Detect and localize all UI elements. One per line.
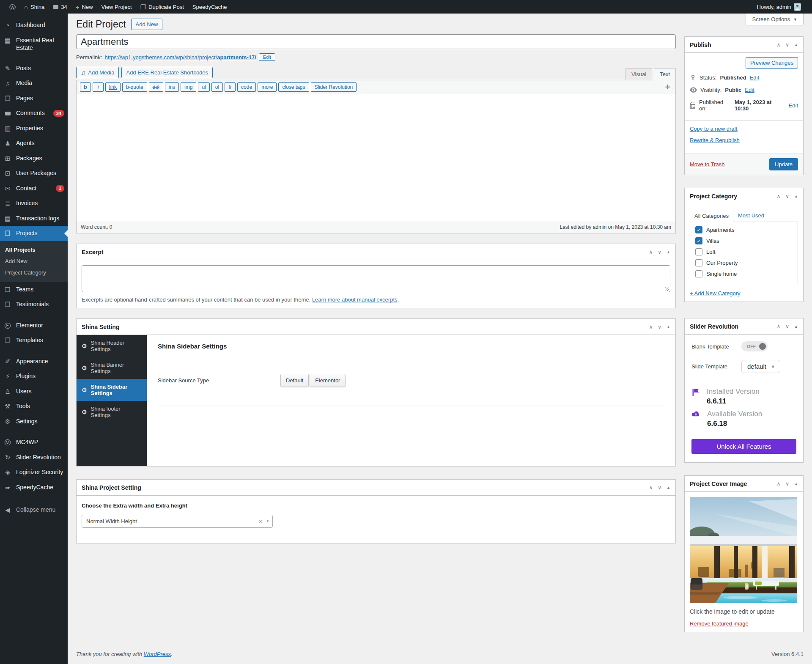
qt-img-button[interactable]: img (181, 82, 196, 92)
collapse-menu-button[interactable]: ◀ Collapse menu (0, 502, 68, 518)
site-name-menu[interactable]: ⌂ Shina (20, 0, 49, 14)
screen-options-toggle[interactable]: Screen Options ▼ (746, 14, 804, 25)
sidebar-source-default-button[interactable]: Default (280, 374, 309, 387)
sidebar-item-comments[interactable]: Comments 34 (0, 106, 68, 121)
sidebar-source-elementor-button[interactable]: Elementor (310, 374, 346, 387)
toggle-panel-icon[interactable]: ▲ (667, 250, 670, 254)
qt-italic-button[interactable]: i (93, 82, 104, 92)
move-to-trash-link[interactable]: Move to Trash (690, 161, 724, 167)
move-up-icon[interactable]: ∧ (649, 485, 653, 491)
sidebar-item-users[interactable]: ♙ Users (0, 384, 68, 399)
move-down-icon[interactable]: ∨ (785, 481, 789, 487)
sidebar-item-properties[interactable]: ▥ Properties (0, 121, 68, 136)
edit-status-link[interactable]: Edit (750, 74, 759, 81)
category-single-home[interactable]: Single home (695, 270, 793, 277)
move-up-icon[interactable]: ∧ (776, 42, 780, 48)
sidebar-item-essential-real-estate[interactable]: ▦ Essential Real Estate (0, 33, 68, 55)
excerpt-help-link[interactable]: Learn more about manual excerpts (312, 296, 398, 303)
toggle-panel-icon[interactable]: ▲ (794, 482, 798, 486)
sidebar-item-posts[interactable]: ✎ Posts (0, 61, 68, 76)
move-up-icon[interactable]: ∧ (776, 481, 780, 487)
move-up-icon[interactable]: ∧ (776, 324, 780, 329)
qt-link-button[interactable]: link (105, 82, 121, 92)
qt-bold-button[interactable]: b (80, 82, 91, 92)
checkbox-checked-icon[interactable]: ✓ (695, 237, 702, 244)
view-project-menu[interactable]: View Project (97, 0, 136, 14)
toggle-panel-icon[interactable]: ▲ (667, 325, 670, 329)
checkbox-checked-icon[interactable]: ✓ (695, 226, 702, 233)
sidebar-item-contact[interactable]: ✉ Contact 1 (0, 181, 68, 196)
sidebar-item-user-packages[interactable]: ⊡ User Packages (0, 166, 68, 181)
sidebar-item-packages[interactable]: ⊞ Packages (0, 151, 68, 166)
category-our-property[interactable]: Our Property (695, 259, 793, 266)
move-down-icon[interactable]: ∨ (658, 249, 661, 255)
sidebar-item-testimonials[interactable]: ❒ Testimonials (0, 297, 68, 312)
tab-shina-sidebar-settings[interactable]: ⚙ Shina Sidebar Settings (77, 379, 147, 401)
submenu-project-category[interactable]: Project Category (0, 267, 68, 278)
toggle-panel-icon[interactable]: ▲ (794, 324, 798, 329)
comments-menu[interactable]: 34 (49, 0, 71, 14)
sidebar-item-slider-revolution[interactable]: ↻ Slider Revolution (0, 450, 68, 465)
move-down-icon[interactable]: ∨ (658, 485, 661, 491)
blank-template-toggle[interactable]: OFF (741, 341, 768, 351)
update-button[interactable]: Update (769, 158, 798, 170)
my-account-menu[interactable]: Howdy, admin (753, 0, 805, 14)
sidebar-item-templates[interactable]: ❐ Templates (0, 333, 68, 348)
post-title-input[interactable] (76, 34, 676, 49)
post-content-textarea[interactable] (77, 94, 675, 221)
qt-ol-button[interactable]: ol (211, 82, 223, 92)
clear-selection-icon[interactable]: × (259, 518, 262, 525)
category-loft[interactable]: Loft (695, 248, 793, 255)
permalink-edit-button[interactable]: Edit (259, 53, 275, 61)
sidebar-item-pages[interactable]: ❐ Pages (0, 91, 68, 106)
add-new-category-link[interactable]: + Add New Category (690, 290, 741, 296)
submenu-add-new[interactable]: Add New (0, 255, 68, 267)
tab-shina-banner-settings[interactable]: ⚙ Shina Banner Settings (77, 357, 147, 379)
checkbox-icon[interactable] (695, 248, 702, 255)
qt-slider-revolution-button[interactable]: Slider Revolution (311, 82, 357, 92)
sidebar-item-invoices[interactable]: ≣ Invoices (0, 196, 68, 211)
tab-visual[interactable]: Visual (625, 68, 652, 80)
remove-featured-image-link[interactable]: Remove featured image (690, 620, 749, 627)
permalink-link[interactable]: https://wp1.yogsthemes.com/wp/shina/proj… (104, 54, 256, 60)
width-height-select[interactable]: Normal Width Height × ▼ (82, 515, 273, 528)
move-up-icon[interactable]: ∧ (649, 249, 653, 255)
sidebar-item-dashboard[interactable]: ◔ Dashboard (0, 18, 68, 33)
sidebar-item-plugins[interactable]: ⚡ Plugins (0, 369, 68, 384)
unlock-all-features-button[interactable]: Unlock All Features (691, 439, 796, 454)
checkbox-icon[interactable] (695, 270, 702, 277)
edit-published-date-link[interactable]: Edit (789, 102, 798, 109)
tab-most-used[interactable]: Most Used (733, 209, 769, 222)
qt-ins-button[interactable]: ins (165, 82, 179, 92)
toggle-panel-icon[interactable]: ▲ (667, 486, 670, 490)
checkbox-icon[interactable] (695, 259, 702, 266)
copy-to-new-draft-link[interactable]: Copy to a new draft (690, 126, 738, 132)
tab-text[interactable]: Text (654, 68, 676, 80)
qt-code-button[interactable]: code (237, 82, 256, 92)
edit-visibility-link[interactable]: Edit (745, 87, 754, 93)
move-down-icon[interactable]: ∨ (785, 42, 789, 48)
category-villas[interactable]: ✓ Villas (695, 237, 793, 244)
sidebar-item-loginizer-security[interactable]: ◈ Loginizer Security (0, 465, 68, 480)
qt-li-button[interactable]: li (225, 82, 236, 92)
sidebar-item-projects[interactable]: ❒ Projects (0, 226, 68, 241)
sidebar-item-media[interactable]: ♫ Media (0, 76, 68, 91)
wordpress-link[interactable]: WordPress (144, 651, 171, 657)
rewrite-republish-link[interactable]: Rewrite & Republish (690, 137, 740, 143)
sidebar-item-appearance[interactable]: ✐ Appearance (0, 354, 68, 369)
sidebar-item-transaction-logs[interactable]: ▤ Transaction logs (0, 211, 68, 226)
excerpt-textarea[interactable] (82, 265, 670, 292)
add-new-button[interactable]: Add New (131, 19, 163, 30)
move-down-icon[interactable]: ∨ (658, 324, 661, 330)
submenu-all-projects[interactable]: All Projects (0, 244, 68, 255)
category-apartments[interactable]: ✓ Apartments (695, 226, 793, 233)
toggle-panel-icon[interactable]: ▲ (794, 194, 798, 198)
duplicate-post-menu[interactable]: ❐ Duplicate Post (136, 0, 188, 14)
qt-close-tags-button[interactable]: close tags (278, 82, 309, 92)
sidebar-item-teams[interactable]: ❒ Teams (0, 282, 68, 297)
qt-ul-button[interactable]: ul (198, 82, 209, 92)
toggle-panel-icon[interactable]: ▲ (794, 43, 798, 47)
add-ere-shortcodes-button[interactable]: Add ERE Real Estate Shortcodes (121, 67, 213, 78)
preview-changes-button[interactable]: Preview Changes (746, 57, 798, 69)
sidebar-item-mc4wp[interactable]: Ⓜ MC4WP (0, 435, 68, 450)
